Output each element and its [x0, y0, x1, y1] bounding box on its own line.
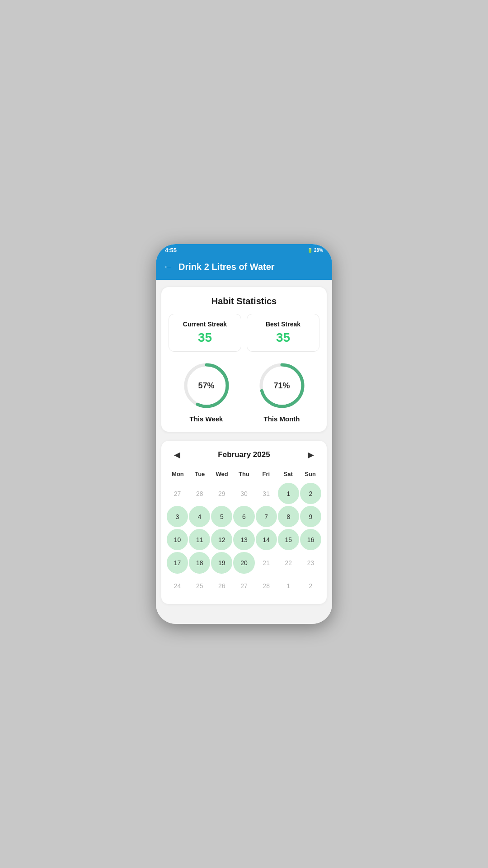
calendar-day[interactable]: 23 [300, 552, 321, 573]
calendar-grid: 2728293031123456789101112131415161718192… [167, 483, 321, 597]
status-icons: 🔋 28% [307, 248, 323, 253]
best-streak-box: Best Streak 35 [247, 314, 319, 352]
calendar-day[interactable]: 17 [167, 552, 188, 573]
calendar-day[interactable]: 7 [256, 506, 277, 527]
calendar-day: 26 [211, 576, 232, 597]
calendar-day: 1 [278, 576, 299, 597]
calendar-day[interactable]: 11 [189, 529, 210, 550]
best-streak-label: Best Streak [253, 321, 314, 328]
calendar-day[interactable]: 22 [278, 552, 299, 573]
day-name-sat: Sat [277, 469, 299, 479]
calendar-day: 27 [233, 576, 254, 597]
calendar-day[interactable]: 8 [278, 506, 299, 527]
calendar-day[interactable]: 1 [278, 483, 299, 504]
next-month-button[interactable]: ▶ [304, 448, 318, 462]
calendar-day[interactable]: 3 [167, 506, 188, 527]
calendar-section: ◀ February 2025 ▶ MonTueWedThuFriSatSun … [161, 441, 327, 604]
battery-percent: 28% [314, 248, 323, 253]
week-label: This Week [190, 415, 223, 423]
current-streak-box: Current Streak 35 [169, 314, 241, 352]
calendar-day[interactable]: 4 [189, 506, 210, 527]
streak-row: Current Streak 35 Best Streak 35 [169, 314, 319, 352]
calendar-day: 30 [233, 483, 254, 504]
calendar-day[interactable]: 12 [211, 529, 232, 550]
back-button[interactable]: ← [163, 261, 173, 273]
month-percent-text: 71% [273, 381, 290, 391]
calendar-day[interactable]: 15 [278, 529, 299, 550]
stats-title: Habit Statistics [169, 296, 319, 307]
day-name-wed: Wed [211, 469, 233, 479]
calendar-day[interactable]: 10 [167, 529, 188, 550]
main-content: Habit Statistics Current Streak 35 Best … [156, 280, 332, 624]
day-name-mon: Mon [167, 469, 189, 479]
calendar-day[interactable]: 21 [256, 552, 277, 573]
day-name-thu: Thu [233, 469, 255, 479]
calendar-day: 28 [189, 483, 210, 504]
calendar-day: 28 [256, 576, 277, 597]
calendar-day[interactable]: 19 [211, 552, 232, 573]
status-bar: 4:55 🔋 28% [156, 244, 332, 255]
calendar-day[interactable]: 16 [300, 529, 321, 550]
calendar-header: ◀ February 2025 ▶ [167, 448, 321, 462]
month-label: This Month [264, 415, 300, 423]
week-percent-text: 57% [198, 381, 214, 391]
battery-icon: 🔋 [307, 248, 313, 253]
month-circle-container: 71% [257, 361, 307, 410]
calendar-day[interactable]: 20 [233, 552, 254, 573]
app-header: ← Drink 2 Litres of Water [156, 255, 332, 280]
circles-row: 57% This Week 71% This Month [169, 361, 319, 423]
stats-card: Habit Statistics Current Streak 35 Best … [161, 287, 327, 432]
current-streak-label: Current Streak [174, 321, 235, 328]
calendar-day[interactable]: 9 [300, 506, 321, 527]
month-circle-item: 71% This Month [257, 361, 307, 423]
current-streak-value: 35 [174, 330, 235, 345]
day-name-sun: Sun [299, 469, 321, 479]
calendar-month-year: February 2025 [218, 450, 270, 459]
calendar-day-names: MonTueWedThuFriSatSun [167, 469, 321, 479]
calendar-day: 27 [167, 483, 188, 504]
day-name-fri: Fri [255, 469, 277, 479]
calendar-day[interactable]: 2 [300, 483, 321, 504]
status-time: 4:55 [165, 247, 177, 254]
phone-frame: 4:55 🔋 28% ← Drink 2 Litres of Water Hab… [156, 244, 332, 624]
calendar-day[interactable]: 13 [233, 529, 254, 550]
week-circle-container: 57% [182, 361, 231, 410]
calendar-day: 2 [300, 576, 321, 597]
week-circle-item: 57% This Week [182, 361, 231, 423]
prev-month-button[interactable]: ◀ [170, 448, 184, 462]
calendar-day: 31 [256, 483, 277, 504]
day-name-tue: Tue [189, 469, 211, 479]
calendar-day: 25 [189, 576, 210, 597]
calendar-day[interactable]: 6 [233, 506, 254, 527]
calendar-day[interactable]: 18 [189, 552, 210, 573]
best-streak-value: 35 [253, 330, 314, 345]
calendar-day[interactable]: 14 [256, 529, 277, 550]
calendar-day: 24 [167, 576, 188, 597]
calendar-day[interactable]: 5 [211, 506, 232, 527]
page-title: Drink 2 Litres of Water [178, 262, 275, 272]
calendar-day: 29 [211, 483, 232, 504]
